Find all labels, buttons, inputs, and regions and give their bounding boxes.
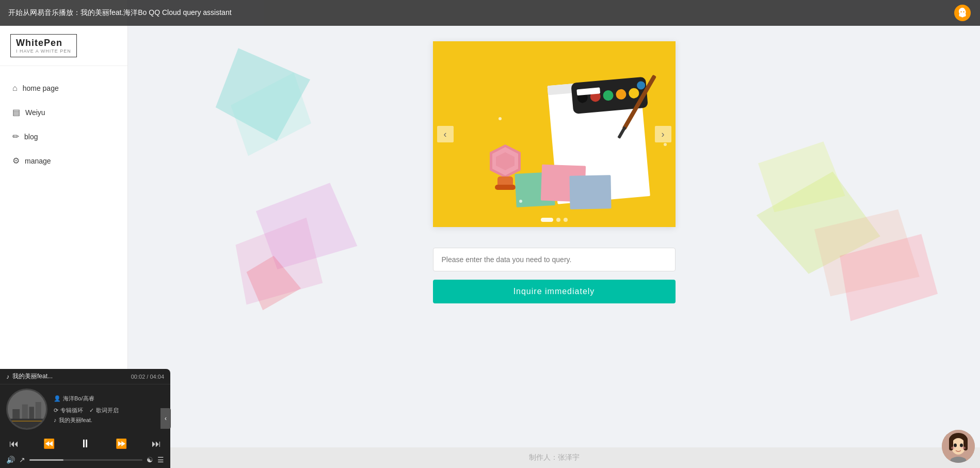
- logo-box: WhitePen I HAVE A WHITE PEN: [10, 34, 77, 57]
- player-title-text: 我的美丽feat...: [12, 372, 53, 381]
- svg-point-32: [499, 117, 502, 120]
- top-bar: 开始从网易音乐播放：我的美丽feat.海洋Bo QQ Cloud query a…: [0, 0, 980, 26]
- carousel-scene-svg: [433, 41, 676, 227]
- player-header: ♪ 我的美丽feat... 00:02 / 04:04: [0, 369, 170, 384]
- svg-rect-31: [569, 175, 611, 209]
- carousel-container: ‹ ›: [433, 41, 676, 227]
- sidebar-nav: ⌂ home page ▤ Weiyu ✏ blog ⚙ manage: [0, 66, 127, 420]
- blog-icon: ✏: [12, 132, 19, 141]
- song-name-text: 我的美丽feat.: [59, 416, 92, 424]
- svg-rect-40: [8, 419, 46, 429]
- music-player: ♪ 我的美丽feat... 00:02 / 04:04: [0, 369, 170, 468]
- qq-icon: [954, 5, 971, 21]
- album-art: [6, 389, 47, 430]
- player-collapse-button[interactable]: ‹: [160, 408, 171, 429]
- player-body: 👤 海洋Bo/高睿 ⟳ 专辑循环 ✓ 歌词开启 ♪ 我的美丽feat.: [0, 384, 170, 434]
- logo-subtitle: I HAVE A WHITE PEN: [16, 49, 71, 54]
- svg-point-0: [960, 11, 961, 12]
- sidebar-logo: WhitePen I HAVE A WHITE PEN: [0, 26, 127, 66]
- main-content: ‹ › Inquire immediately 制作人：张泽宇: [128, 0, 980, 468]
- player-song-name: ♪ 我的美丽feat.: [54, 416, 164, 424]
- player-artist: 👤 海洋Bo/高睿: [54, 395, 164, 402]
- carousel-image: [433, 41, 676, 227]
- music-note-icon: ♪: [6, 373, 9, 380]
- player-info: 👤 海洋Bo/高睿 ⟳ 专辑循环 ✓ 歌词开启 ♪ 我的美丽feat.: [54, 395, 164, 424]
- top-bar-text: 开始从网易音乐播放：我的美丽feat.海洋Bo QQ Cloud query a…: [8, 8, 953, 18]
- lyrics-check-icon: ✓: [89, 407, 94, 414]
- sidebar-item-home-label: home page: [23, 84, 59, 92]
- sidebar-item-manage-label: manage: [25, 157, 51, 165]
- lyrics-label: 歌词开启: [96, 407, 119, 414]
- artist-text: 海洋Bo/高睿: [63, 395, 94, 402]
- player-toggle[interactable]: ☯: [147, 456, 153, 464]
- artist-icon: 👤: [54, 395, 61, 402]
- volume-fill: [29, 459, 63, 461]
- song-name-icon: ♪: [54, 417, 57, 423]
- bottom-right-avatar: [942, 430, 975, 463]
- volume-bar[interactable]: [29, 459, 142, 461]
- carousel-dot-1[interactable]: [541, 218, 553, 222]
- player-time-total: 04:04: [150, 374, 164, 380]
- player-time: 00:02 / 04:04: [131, 374, 164, 380]
- footer-text: 制作人：张泽宇: [529, 453, 580, 462]
- avatar-image: [942, 430, 975, 463]
- search-section: Inquire immediately: [128, 248, 980, 303]
- player-lyrics[interactable]: ✓ 歌词开启: [89, 407, 119, 414]
- sidebar-item-weiyu[interactable]: ▤ Weiyu: [0, 100, 127, 124]
- skip-prev-button[interactable]: ⏪: [40, 437, 58, 450]
- carousel-dot-2[interactable]: [556, 218, 560, 222]
- logo-title: WhitePen: [16, 38, 71, 49]
- svg-point-48: [960, 444, 963, 447]
- svg-point-50: [961, 447, 966, 449]
- inquire-button[interactable]: Inquire immediately: [433, 280, 676, 303]
- svg-rect-28: [495, 185, 516, 190]
- manage-icon: ⚙: [12, 156, 20, 166]
- sidebar-item-manage[interactable]: ⚙ manage: [0, 149, 127, 173]
- player-controls: ⏮ ⏪ ⏸ ⏩ ⏭: [0, 434, 170, 455]
- loop-icon: ⟳: [54, 407, 58, 414]
- carousel-next-button[interactable]: ›: [655, 126, 671, 142]
- carousel-dots: [541, 218, 568, 222]
- sidebar-item-weiyu-label: Weiyu: [25, 108, 45, 117]
- search-input[interactable]: [433, 248, 676, 271]
- skip-next-next-button[interactable]: ⏭: [149, 438, 164, 450]
- home-icon: ⌂: [12, 84, 18, 93]
- volume-icon: 🔊: [6, 456, 15, 464]
- svg-point-49: [951, 447, 955, 449]
- svg-point-34: [519, 200, 522, 203]
- skip-prev-prev-button[interactable]: ⏮: [6, 438, 22, 450]
- playlist-icon[interactable]: ☰: [157, 456, 164, 464]
- sidebar-item-blog[interactable]: ✏ blog: [0, 124, 127, 149]
- player-volume-row: 🔊 ↗ ☯ ☰: [0, 455, 170, 468]
- qq-button[interactable]: [953, 4, 972, 22]
- sidebar-item-blog-label: blog: [24, 133, 38, 141]
- page-footer: 制作人：张泽宇: [128, 447, 980, 468]
- weiyu-icon: ▤: [12, 107, 20, 117]
- player-time-current: 00:02: [131, 374, 146, 380]
- carousel-dot-3[interactable]: [564, 218, 568, 222]
- svg-point-47: [954, 444, 957, 447]
- player-loop[interactable]: ⟳ 专辑循环: [54, 407, 83, 414]
- svg-point-44: [951, 438, 966, 455]
- skip-next-button[interactable]: ⏩: [113, 437, 130, 450]
- svg-point-33: [664, 143, 667, 146]
- share-icon[interactable]: ↗: [19, 456, 25, 464]
- play-pause-button[interactable]: ⏸: [76, 436, 94, 451]
- svg-point-1: [963, 11, 964, 12]
- carousel-prev-button[interactable]: ‹: [437, 126, 454, 142]
- sidebar-item-home[interactable]: ⌂ home page: [0, 76, 127, 100]
- loop-label: 专辑循环: [60, 407, 83, 414]
- player-song-title: ♪ 我的美丽feat...: [6, 372, 53, 381]
- carousel-wrapper: ‹ ›: [128, 26, 980, 227]
